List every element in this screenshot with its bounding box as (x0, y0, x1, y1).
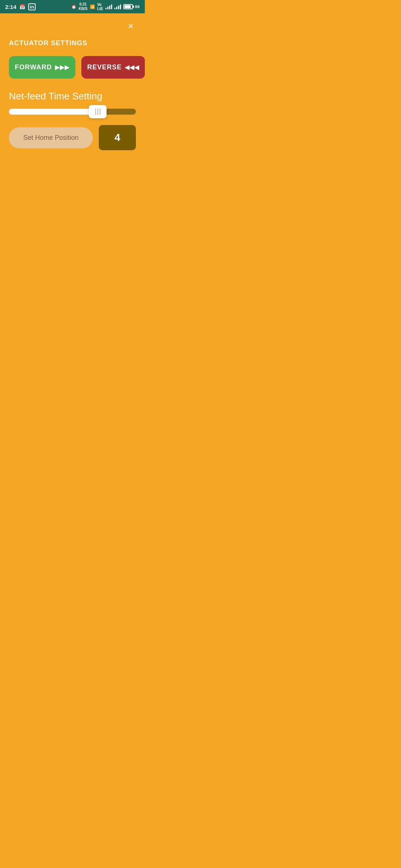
alarm-icon: ⏰ (71, 4, 76, 9)
signal-bars-2 (114, 4, 121, 9)
status-bar-left: 2:14 📅 in (5, 3, 36, 10)
reverse-label: REVERSE (87, 63, 122, 71)
reverse-button[interactable]: REVERSE ◀◀◀ (81, 56, 145, 79)
battery-fill (124, 5, 131, 8)
set-home-label: Set Home Position (23, 134, 78, 141)
network-speed: 0.31KB/S (79, 2, 88, 11)
linkedin-icon: in (28, 3, 36, 10)
forward-button[interactable]: FORWARD ▶▶▶ (9, 56, 75, 79)
status-bar: 2:14 📅 in ⏰ 0.31KB/S 📶 VoLtE 84 (0, 0, 145, 13)
section-title: ACTUATOR SETTINGS (9, 39, 136, 47)
net-feed-title: Net-feed Time Setting (9, 91, 136, 102)
battery-level: 84 (135, 4, 140, 9)
volte-icon: VoLtE (97, 3, 103, 11)
battery-icon (123, 4, 133, 9)
set-home-position-button[interactable]: Set Home Position (9, 127, 93, 148)
close-button[interactable]: × (124, 19, 137, 33)
forward-arrow-icon: ▶▶▶ (55, 64, 69, 71)
close-icon: × (128, 21, 133, 31)
main-content: × ACTUATOR SETTINGS FORWARD ▶▶▶ REVERSE … (0, 13, 145, 158)
wifi-icon: 📶 (90, 4, 95, 9)
bottom-row: Set Home Position 4 (9, 125, 136, 150)
value-display: 4 (99, 125, 136, 150)
status-bar-right: ⏰ 0.31KB/S 📶 VoLtE 84 (71, 2, 140, 11)
slider-container (9, 109, 136, 115)
calendar-icon: 📅 (19, 4, 25, 10)
control-buttons-row: FORWARD ▶▶▶ REVERSE ◀◀◀ (9, 56, 136, 79)
status-time: 2:14 (5, 4, 16, 10)
reverse-arrow-icon: ◀◀◀ (125, 64, 139, 71)
signal-bars-1 (105, 4, 112, 9)
forward-label: FORWARD (15, 63, 52, 71)
